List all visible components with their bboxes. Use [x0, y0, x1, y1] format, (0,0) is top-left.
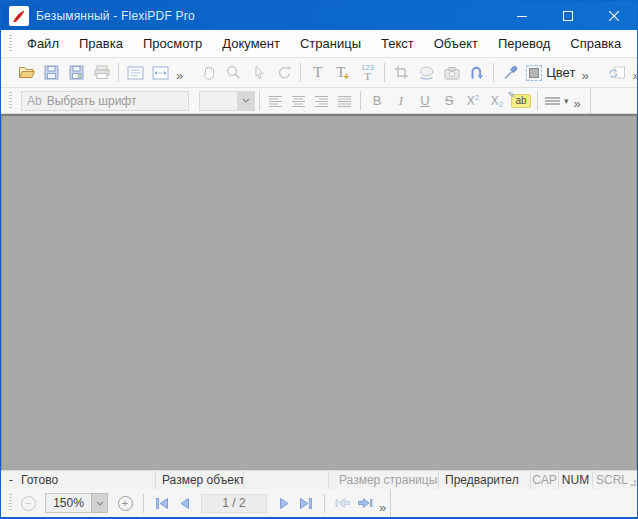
resize-grip-icon[interactable] — [631, 475, 638, 489]
overflow-chevron-icon[interactable]: » — [571, 97, 584, 110]
status-ready-text: Готово — [21, 473, 58, 487]
minimize-button[interactable] — [499, 1, 545, 30]
first-page-button[interactable] — [151, 492, 173, 514]
overflow-chevron-icon[interactable]: » — [630, 69, 638, 82]
open-button[interactable] — [14, 60, 39, 85]
toolbar-separator — [493, 63, 494, 82]
status-ready-segment: - Готово — [1, 471, 156, 489]
font-size-dropdown-button[interactable] — [237, 92, 254, 110]
forward-arrow-icon — [357, 497, 373, 509]
menu-item-text[interactable]: Текст — [371, 30, 424, 58]
previous-page-button[interactable] — [173, 492, 195, 514]
image-tool-button[interactable] — [414, 60, 439, 85]
crop-button[interactable] — [389, 60, 414, 85]
overflow-chevron-icon[interactable]: » — [173, 69, 186, 82]
zoom-out-button[interactable]: − — [17, 492, 39, 514]
menu-item-file[interactable]: Файл — [17, 30, 69, 58]
app-logo-icon[interactable] — [9, 6, 29, 26]
overflow-chevron-icon[interactable]: » — [578, 69, 591, 82]
navigation-toolbar: − 150% + 1 — [1, 489, 391, 517]
toolbar-empty-area — [591, 88, 637, 114]
fit-width-icon — [152, 66, 169, 80]
dropdown-arrow-icon: ▾ — [564, 96, 569, 106]
num-lock-indicator: NUM — [559, 471, 593, 489]
page-view-icon — [127, 66, 144, 80]
eyedropper-button[interactable] — [498, 60, 523, 85]
image-icon — [418, 66, 435, 80]
next-view-button[interactable] — [354, 492, 376, 514]
font-preview-icon: Ab — [27, 94, 42, 108]
format-toolbar-row: Ab Выбрать шрифт — [1, 88, 637, 114]
document-area[interactable] — [1, 114, 637, 470]
underline-button[interactable]: U — [413, 90, 437, 111]
menubar-grip[interactable] — [9, 35, 12, 53]
text-flow-button[interactable] — [464, 60, 489, 85]
refresh-preview-button[interactable] — [605, 60, 630, 85]
add-text-button[interactable]: T + — [330, 60, 355, 85]
align-justify-button[interactable] — [333, 90, 356, 111]
toolbar-separator — [537, 91, 538, 110]
bold-button[interactable]: B — [365, 90, 389, 111]
highlight-button[interactable]: ✎ab — [509, 90, 533, 111]
fit-width-view-button[interactable] — [148, 60, 173, 85]
italic-button[interactable]: I — [389, 90, 413, 111]
snapshot-button[interactable] — [439, 60, 464, 85]
numbering-button[interactable]: 123 T — [355, 60, 380, 85]
line-style-button[interactable]: ▾ — [542, 88, 571, 113]
overflow-chevron-icon[interactable]: » — [376, 501, 389, 514]
last-page-button[interactable] — [295, 492, 317, 514]
toolbar-separator — [300, 63, 301, 82]
maximize-button[interactable] — [545, 1, 591, 30]
zoom-tool-button[interactable] — [221, 60, 246, 85]
edit-text-button[interactable]: T — [305, 60, 330, 85]
refresh-page-icon — [608, 65, 626, 80]
align-right-icon — [314, 95, 329, 107]
next-page-button[interactable] — [273, 492, 295, 514]
strikethrough-button[interactable]: S — [437, 90, 461, 111]
color-button[interactable]: Цвет — [523, 60, 578, 85]
subscript-button[interactable]: X 2 — [485, 90, 509, 111]
previous-view-button[interactable] — [332, 492, 354, 514]
chevron-down-icon — [96, 501, 104, 506]
zoom-dropdown-button[interactable] — [91, 493, 108, 513]
page-number-field[interactable]: 1 / 2 — [201, 494, 267, 513]
font-size-combo[interactable] — [199, 91, 255, 111]
save-copy-button[interactable] — [64, 60, 89, 85]
align-left-button[interactable] — [264, 90, 287, 111]
application-window: Безымянный - FlexiPDF Pro Файл Правка Пр… — [0, 0, 638, 519]
menu-item-translate[interactable]: Перевод — [488, 30, 560, 58]
u-turn-arrow-icon — [469, 65, 484, 81]
highlighter-icon: ✎ab — [511, 94, 530, 108]
numbering-icon: 123 T — [361, 64, 374, 82]
menu-bar: Файл Правка Просмотр Документ Страницы Т… — [1, 30, 637, 58]
minus-circle-icon: − — [21, 496, 36, 511]
single-page-view-button[interactable] — [123, 60, 148, 85]
toolbar-grip[interactable] — [9, 494, 12, 512]
hand-icon — [202, 65, 216, 81]
superscript-button[interactable]: X 2 — [461, 90, 485, 111]
toolbar-grip[interactable] — [9, 92, 12, 110]
menu-item-view[interactable]: Просмотр — [133, 30, 212, 58]
rotate-icon — [276, 65, 292, 80]
rotate-tool-button[interactable] — [271, 60, 296, 85]
zoom-level-combo[interactable]: 150% — [45, 493, 108, 513]
menu-item-help[interactable]: Справка — [560, 30, 631, 58]
font-name-combo[interactable]: Ab Выбрать шрифт — [21, 91, 189, 111]
zoom-level-value[interactable]: 150% — [45, 493, 91, 513]
title-bar[interactable]: Безымянный - FlexiPDF Pro — [1, 1, 637, 30]
menu-item-document[interactable]: Документ — [212, 30, 290, 58]
menu-item-edit[interactable]: Правка — [69, 30, 133, 58]
menu-item-object[interactable]: Объект — [424, 30, 488, 58]
hand-tool-button[interactable] — [196, 60, 221, 85]
align-right-button[interactable] — [310, 90, 333, 111]
save-button[interactable] — [39, 60, 64, 85]
navigation-toolbar-row: − 150% + 1 — [1, 489, 637, 517]
plus-badge-icon: + — [343, 71, 349, 82]
zoom-in-button[interactable]: + — [114, 492, 136, 514]
menu-item-pages[interactable]: Страницы — [290, 30, 371, 58]
select-tool-button[interactable] — [246, 60, 271, 85]
align-center-button[interactable] — [287, 90, 310, 111]
close-button[interactable] — [591, 1, 637, 30]
color-button-label: Цвет — [546, 65, 575, 80]
print-button[interactable] — [89, 60, 114, 85]
